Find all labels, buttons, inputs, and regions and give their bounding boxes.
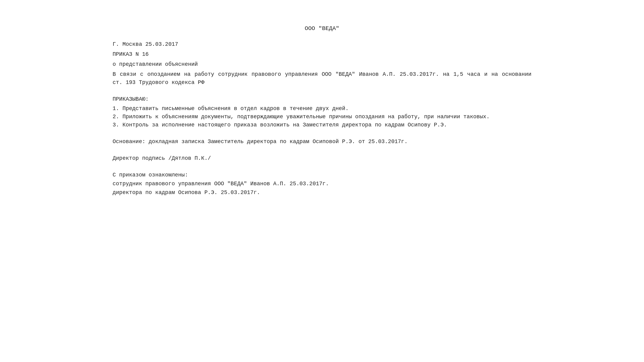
order-item-2: 2. Приложить к объяснениям документы, по… [113, 113, 531, 121]
title-text: ООО "ВЕДА" [305, 25, 339, 32]
doc-header-line2: ПРИКАЗ N 16 [113, 50, 531, 59]
order-label-text: ПРИКАЗЫВАЮ: [113, 96, 149, 102]
document-title: ООО "ВЕДА" [113, 24, 531, 33]
order-label: ПРИКАЗЫВАЮ: [113, 95, 531, 103]
order-item-1: 1. Представить письменные объяснения в о… [113, 105, 531, 113]
acquaint-line2-text: директора по кадрам Осипова Р.Э. 25.03.2… [113, 189, 260, 196]
acquaint-line1-text: сотрудник правового управления ООО "ВЕДА… [113, 181, 329, 187]
doc-header-line1: Г. Москва 25.03.2017 [113, 40, 531, 49]
acquaint-section: С приказом ознакомлены: сотрудник правов… [113, 171, 531, 197]
acquaint-item-2: директора по кадрам Осипова Р.Э. 25.03.2… [113, 189, 531, 197]
document-container: ООО "ВЕДА" Г. Москва 25.03.2017 ПРИКАЗ N… [94, 12, 550, 209]
basis-section: Основание: докладная записка Заместитель… [113, 138, 531, 146]
signature-text: Директор подпись /Дятлов П.К./ [113, 155, 211, 161]
order-item-1-text: 1. Представить письменные объяснения в о… [113, 106, 349, 112]
order-item-2-text: 2. Приложить к объяснениям документы, по… [113, 114, 490, 120]
order-item-3-text: 3. Контроль за исполнение настоящего при… [113, 122, 447, 128]
header-city-date: Г. Москва 25.03.2017 [113, 41, 178, 47]
preamble-text: В связи с опозданием на работу сотрудник… [113, 71, 531, 85]
order-item-3: 3. Контроль за исполнение настоящего при… [113, 121, 531, 129]
header-order-number: ПРИКАЗ N 16 [113, 51, 149, 57]
basis-text: Основание: докладная записка Заместитель… [113, 139, 408, 145]
acquaint-label: С приказом ознакомлены: [113, 171, 531, 179]
preamble-section: В связи с опозданием на работу сотрудник… [113, 70, 531, 87]
doc-header-line3: о представлении объяснений [113, 60, 531, 69]
acquaint-item-1: сотрудник правового управления ООО "ВЕДА… [113, 180, 531, 188]
acquaint-label-text: С приказом ознакомлены: [113, 172, 188, 178]
header-subject: о представлении объяснений [113, 61, 198, 67]
signature-section: Директор подпись /Дятлов П.К./ [113, 154, 531, 163]
